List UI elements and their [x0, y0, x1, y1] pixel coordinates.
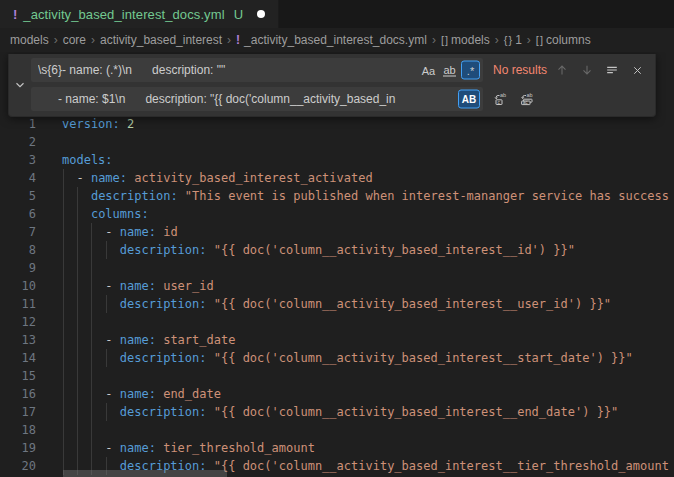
next-match-button[interactable] [577, 60, 597, 80]
editor[interactable]: Aa ab .* No results [0, 52, 674, 477]
breadcrumb-separator-icon: › [495, 33, 499, 47]
modified-dot[interactable] [257, 10, 265, 18]
code-token: "{{ doc('column__activity_based_interest… [214, 243, 575, 257]
breadcrumb-item-_activity_based_interest_docs-yml[interactable]: !_activity_based_interest_docs.yml [236, 33, 427, 47]
code-line[interactable]: 18 [0, 421, 674, 439]
toggle-replace-button[interactable] [9, 54, 31, 116]
code-line[interactable]: 13 - name: start_date [0, 331, 674, 349]
replace-button[interactable]: ab c [491, 89, 511, 109]
breadcrumb-item-models[interactable]: models [10, 33, 49, 47]
indent-guide [91, 295, 92, 313]
breadcrumb: models›core›activity_based_interest›!_ac… [0, 28, 674, 52]
code-token: description: [120, 405, 207, 419]
close-find-button[interactable] [627, 60, 647, 80]
horizontal-scrollbar[interactable] [63, 470, 227, 477]
breadcrumb-label: models [451, 33, 490, 47]
breadcrumb-item-columns[interactable]: [ ]columns [536, 33, 591, 47]
line-number: 17 [0, 403, 36, 421]
code-line[interactable]: 3models: [0, 151, 674, 169]
whole-word-button[interactable]: ab [440, 61, 459, 80]
indent-guide [77, 385, 78, 403]
code-token: "{{ doc('column__activity_based_interest… [214, 459, 669, 473]
tab-filename: _activity_based_interest_docs.yml [23, 7, 224, 22]
code-line[interactable]: 4 - name: activity_based_interest_activa… [0, 169, 674, 187]
yaml-file-icon: ! [13, 7, 17, 22]
line-number: 3 [0, 151, 36, 169]
breadcrumb-item-activity_based_interest[interactable]: activity_based_interest [100, 33, 222, 47]
line-number: 10 [0, 277, 36, 295]
replace-all-button[interactable]: ab ac [517, 89, 537, 109]
regex-button[interactable]: .* [461, 61, 480, 80]
svg-text:ac: ac [523, 100, 529, 105]
code-line[interactable]: 14 description: "{{ doc('column__activit… [0, 349, 674, 367]
code-token [207, 405, 214, 419]
indent-guide [77, 313, 78, 331]
indent-guide [77, 295, 78, 313]
code-line[interactable]: 6 columns: [0, 205, 674, 223]
indent-guide [91, 223, 92, 241]
code-line[interactable]: 11 description: "{{ doc('column__activit… [0, 295, 674, 313]
arrow-down-icon [580, 63, 594, 77]
indent-guide [63, 241, 64, 259]
code-line[interactable]: 16 - name: end_date [0, 385, 674, 403]
code-token: user_id [163, 279, 214, 293]
line-number: 2 [0, 133, 36, 151]
git-status-badge: U [234, 7, 243, 22]
indent-guide [63, 187, 64, 205]
code-token: - [62, 171, 91, 185]
line-number: 13 [0, 331, 36, 349]
code-line[interactable]: 12 [0, 313, 674, 331]
code-line[interactable]: 9 [0, 259, 674, 277]
selection-icon [605, 63, 619, 77]
code-line[interactable]: 7 - name: id [0, 223, 674, 241]
code-line[interactable]: 5 description: "This event is published … [0, 187, 674, 205]
breadcrumb-item-core[interactable]: core [63, 33, 86, 47]
previous-match-button[interactable] [552, 60, 572, 80]
indent-guide [91, 439, 92, 457]
line-number: 9 [0, 259, 36, 277]
code-line[interactable]: 8 description: "{{ doc('column__activity… [0, 241, 674, 259]
breadcrumb-label: _activity_based_interest_docs.yml [244, 33, 427, 47]
code-line[interactable]: 19 - name: tier_threshold_amount [0, 439, 674, 457]
breadcrumb-item-1[interactable]: { }1 [504, 33, 522, 47]
indent-guide [77, 349, 78, 367]
breadcrumb-label: columns [546, 33, 591, 47]
line-number: 8 [0, 241, 36, 259]
match-case-button[interactable]: Aa [419, 61, 438, 80]
indent-guide [63, 403, 64, 421]
code-token: name: [120, 387, 156, 401]
code-line[interactable]: 17 description: "{{ doc('column__activit… [0, 403, 674, 421]
code-token: columns: [91, 207, 149, 221]
indent-guide [77, 277, 78, 295]
line-number: 6 [0, 205, 36, 223]
indent-guide [106, 295, 107, 313]
find-in-selection-button[interactable] [602, 60, 622, 80]
replace-all-icon: ab ac [519, 91, 535, 107]
code-area[interactable]: 1version: 223models:4 - name: activity_b… [0, 115, 674, 475]
replace-input[interactable] [31, 87, 483, 111]
find-input[interactable] [31, 58, 483, 82]
indent-guide [63, 367, 64, 385]
breadcrumb-item-models[interactable]: [ ]models [441, 33, 490, 47]
code-token: "{{ doc('column__activity_based_interest… [214, 351, 633, 365]
arrow-up-icon [555, 63, 569, 77]
indent-guide [91, 241, 92, 259]
code-line[interactable]: 15 [0, 367, 674, 385]
line-number: 18 [0, 421, 36, 439]
tab-active-file[interactable]: ! _activity_based_interest_docs.yml U [0, 0, 279, 28]
code-token: activity_based_interest_activated [134, 171, 372, 185]
indent-guide [77, 439, 78, 457]
code-line[interactable]: 10 - name: user_id [0, 277, 674, 295]
breadcrumb-separator-icon: › [432, 33, 436, 47]
breadcrumb-label: models [10, 33, 49, 47]
svg-text:ab: ab [527, 92, 533, 98]
symbol-icon: [ ] [536, 34, 542, 46]
tab-bar: ! _activity_based_interest_docs.yml U [0, 0, 674, 28]
indent-guide [77, 223, 78, 241]
code-line[interactable]: 2 [0, 133, 674, 151]
preserve-case-button[interactable]: AB [458, 90, 480, 109]
code-token: end_date [163, 387, 221, 401]
line-number: 5 [0, 187, 36, 205]
code-line[interactable]: 1version: 2 [0, 115, 674, 133]
code-token: "{{ doc('column__activity_based_interest… [214, 297, 611, 311]
